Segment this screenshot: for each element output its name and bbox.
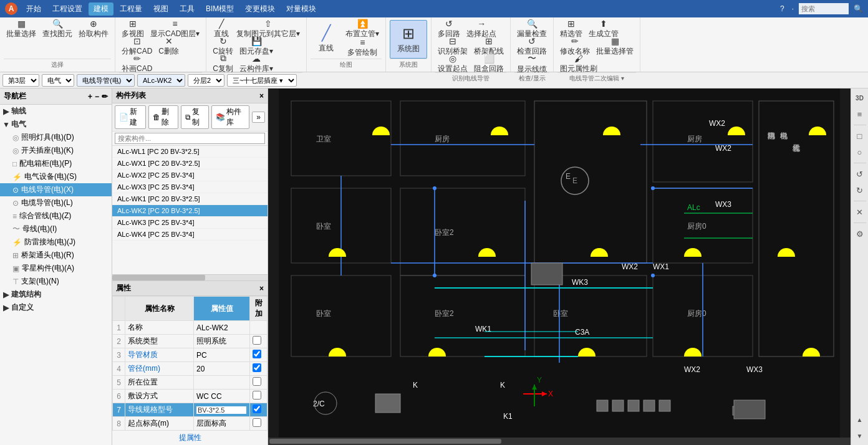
comp-item-wx2[interactable]: ALc-WX2 [PC 25 BV-3*4] bbox=[112, 170, 268, 181]
view-select[interactable]: 三~十七层插座 ▾ bbox=[227, 74, 297, 87]
comp-item-wl1[interactable]: ALc-WL1 [PC 20 BV-3*2.5] bbox=[112, 146, 268, 158]
comp-close-icon[interactable]: × bbox=[259, 92, 264, 100]
comp-item-wx3[interactable]: ALc-WX3 [PC 25 BV-3*4] bbox=[112, 181, 268, 193]
prop-check-6[interactable] bbox=[250, 390, 268, 403]
prop-check-3[interactable] bbox=[250, 348, 268, 362]
prop-val-5[interactable] bbox=[194, 376, 250, 390]
comp-list-hscroll[interactable] bbox=[112, 274, 268, 280]
tree-combined[interactable]: ≡ 综合管线(电)(Z) bbox=[0, 209, 112, 222]
tree-switch[interactable]: ◎ 开关插座(电)(K) bbox=[0, 144, 112, 157]
btn-multi-circuit[interactable]: ↺ 多回路 bbox=[435, 20, 463, 37]
comp-item-wk3[interactable]: ALc-WK3 [PC 25 BV-3*4] bbox=[112, 217, 268, 229]
rt-select-btn[interactable]: □ bbox=[853, 129, 867, 143]
prop-val-3[interactable]: PC bbox=[194, 348, 250, 362]
comp-item-wk1[interactable]: ALc-WK1 [PC 20 BV-3*2.5] bbox=[112, 193, 268, 205]
tree-busbar[interactable]: 〜 母线(电)(I) bbox=[0, 222, 112, 236]
btn-identify-bridge[interactable]: ⊟ 识别桥架 bbox=[435, 37, 470, 55]
floor-select[interactable]: 分层2 bbox=[188, 74, 224, 87]
btn-comp-library[interactable]: 📚 构件库 bbox=[211, 105, 249, 129]
btn-batch-select-pipe[interactable]: ▦ 批量选择管 bbox=[594, 37, 636, 55]
btn-batch-select[interactable]: ▦ 批量选择 bbox=[4, 20, 39, 37]
btn-attr-brush[interactable]: 🖌 图元属性刷 bbox=[557, 55, 600, 72]
menu-quantity-compare[interactable]: 对量模块 bbox=[281, 1, 321, 17]
comp-item-wk2[interactable]: ALc-WK2 [PC 20 BV-3*2.5] bbox=[112, 205, 268, 217]
btn-save-element[interactable]: 💾 图元存盘▾ bbox=[237, 37, 276, 55]
tree-lighting[interactable]: ◎ 照明灯具(电)(D) bbox=[0, 131, 112, 144]
btn-modify-name[interactable]: ✏ 修改名称 bbox=[557, 37, 592, 55]
btn-gen-riser[interactable]: ⬆ 生成立管 bbox=[586, 20, 621, 37]
btn-pick-component[interactable]: ⊕ 拾取构件 bbox=[76, 20, 111, 37]
menu-bim[interactable]: BIM模型 bbox=[201, 1, 239, 17]
menu-engineering-settings[interactable]: 工程设置 bbox=[47, 1, 87, 17]
btn-show-cad-layer[interactable]: ≡ 显示CAD图层▾ bbox=[148, 20, 202, 37]
tree-axis[interactable]: ▶ 轴线 bbox=[0, 105, 112, 118]
tree-electrical[interactable]: ▼ 电气 bbox=[0, 118, 112, 131]
btn-c-delete[interactable]: ✕ C删除 bbox=[156, 37, 181, 55]
tree-panel[interactable]: □ 配电箱柜(电)(P) bbox=[0, 157, 112, 170]
btn-copy-comp[interactable]: ⧉ 复制 bbox=[181, 105, 209, 129]
rt-scroll-up[interactable]: ▲ bbox=[853, 413, 867, 426]
btn-decompose-cad[interactable]: ⊡ 分解CAD bbox=[119, 37, 155, 55]
prop-val-2[interactable]: 照明系统 bbox=[194, 335, 250, 348]
rt-layers-btn[interactable]: ≡ bbox=[853, 107, 867, 121]
dot-icon[interactable]: · bbox=[789, 4, 796, 13]
tree-misc[interactable]: ▣ 零星构件(电)(A) bbox=[0, 262, 112, 275]
btn-set-start[interactable]: ◎ 设置起点 bbox=[435, 55, 470, 72]
comp-search-input[interactable] bbox=[115, 133, 265, 144]
prop-check-5[interactable] bbox=[250, 376, 268, 390]
btn-supplement-cad[interactable]: ✏ 补画CAD bbox=[119, 55, 155, 72]
comp-item-wx1[interactable]: ALc-WX1 [PC 20 BV-3*2.5] bbox=[112, 158, 268, 170]
type-select[interactable]: 电线导管(电) bbox=[77, 74, 135, 87]
prop-val-7[interactable] bbox=[194, 403, 250, 417]
wire-spec-input[interactable] bbox=[196, 406, 246, 414]
prop-check-2[interactable] bbox=[250, 335, 268, 348]
menu-modeling[interactable]: 建模 bbox=[89, 2, 113, 16]
prop-check-8[interactable] bbox=[250, 417, 268, 431]
tree-wire-conduit[interactable]: ⊙ 电线导管(电)(X) bbox=[0, 183, 112, 196]
btn-more-comp[interactable]: » bbox=[252, 112, 265, 123]
prop-val-4[interactable]: 20 bbox=[194, 362, 250, 376]
btn-select-start[interactable]: → 选择起点 bbox=[464, 20, 499, 37]
comp-item-wk4[interactable]: ALc-WK4 [PC 25 BV-3*4] bbox=[112, 229, 268, 241]
btn-system-diagram[interactable]: ⊞ 系统图 bbox=[390, 20, 427, 59]
tree-elec-device[interactable]: ⚡ 电气设备(电)(S) bbox=[0, 170, 112, 183]
prop-val-8[interactable]: 层面标高 bbox=[194, 417, 250, 431]
menu-start[interactable]: 开始 bbox=[21, 1, 46, 17]
nav-edit-icon[interactable]: ✏ bbox=[102, 92, 108, 101]
btn-block-circuit[interactable]: ⬜ 阻盒回路 bbox=[471, 55, 506, 72]
tree-lightning[interactable]: ⚡ 防雷接地(电)(J) bbox=[0, 236, 112, 249]
btn-bridge-wiring[interactable]: ⊞ 桥架配线 bbox=[471, 37, 506, 55]
btn-multi-view[interactable]: ⊞ 多视图 bbox=[119, 20, 147, 37]
rt-redo-btn[interactable]: ↻ bbox=[853, 183, 867, 197]
btn-c-copy[interactable]: ⧉ C复制 bbox=[210, 55, 236, 72]
hscroll-thumb[interactable] bbox=[112, 275, 205, 280]
search-icon[interactable]: 🔍 bbox=[851, 4, 866, 13]
rt-scroll-down[interactable]: ▼ bbox=[853, 429, 867, 443]
menu-tools[interactable]: 工具 bbox=[175, 1, 200, 17]
btn-filter-pipe[interactable]: ⊞ 精选管 bbox=[557, 20, 585, 37]
discipline-select[interactable]: 电气 bbox=[42, 74, 74, 87]
menu-quantities[interactable]: 工程量 bbox=[115, 1, 147, 17]
tree-structure[interactable]: ▶ 建筑结构 bbox=[0, 288, 112, 301]
nav-minus-icon[interactable]: − bbox=[95, 92, 99, 101]
canvas-hscroll[interactable] bbox=[268, 438, 851, 445]
question-icon[interactable]: ? bbox=[778, 4, 787, 13]
menu-change[interactable]: 变更模块 bbox=[240, 1, 280, 17]
layer-select[interactable]: 第3层 bbox=[2, 74, 39, 87]
props-close-icon[interactable]: × bbox=[259, 284, 264, 293]
rt-undo-btn[interactable]: ↺ bbox=[853, 167, 867, 181]
btn-cloud-lib[interactable]: ☁ 云构件库▾ bbox=[237, 55, 276, 72]
search-input[interactable] bbox=[799, 3, 849, 14]
canvas-hscroll-thumb[interactable] bbox=[269, 439, 501, 444]
prop-check-4[interactable] bbox=[250, 362, 268, 376]
btn-draw-line[interactable]: ╱ 直线 bbox=[311, 20, 342, 57]
nav-add-icon[interactable]: + bbox=[88, 92, 92, 101]
btn-delete-comp[interactable]: 🗑 删除 bbox=[148, 105, 178, 129]
btn-multi-draw[interactable]: ≡ 多管绘制 bbox=[343, 39, 382, 56]
rt-close-btn[interactable]: ✕ bbox=[853, 205, 867, 219]
btn-place-riser[interactable]: ⏫ 布置立管▾ bbox=[343, 20, 382, 37]
btn-show-cables[interactable]: 〜 显示线缆 bbox=[514, 55, 549, 72]
tree-bridge[interactable]: ⊞ 桥架通头(电)(R) bbox=[0, 249, 112, 262]
rt-circle-btn[interactable]: ○ bbox=[853, 145, 867, 159]
props-link-btn[interactable]: 提属性 bbox=[179, 433, 201, 442]
